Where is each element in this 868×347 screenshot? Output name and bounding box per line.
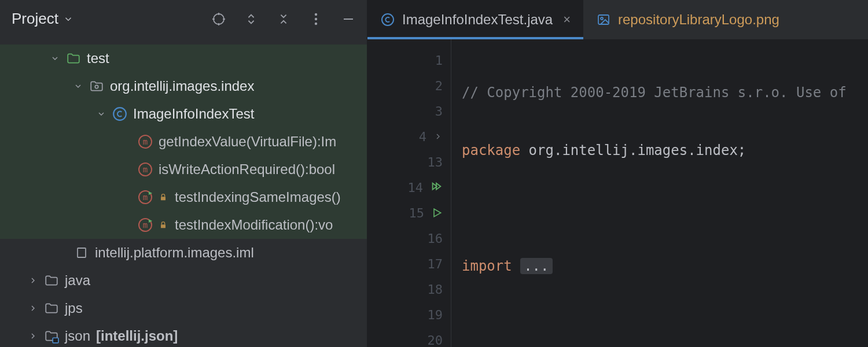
close-icon[interactable]: × (563, 12, 571, 27)
gutter-line[interactable]: 4 (367, 124, 451, 149)
minimize-icon[interactable] (341, 12, 355, 26)
editor-tabs: ImageInfoIndexTest.java × repositoryLibr… (367, 0, 868, 39)
code-line[interactable]: package org.intellij.images.index; (451, 138, 868, 163)
folder-icon (44, 273, 59, 288)
tree-class[interactable]: ImageInfoIndexTest (0, 100, 367, 128)
method-run-icon: m (138, 217, 153, 232)
tree-label: org.intellij.images.index (110, 78, 254, 94)
gutter-line[interactable]: 3 (367, 98, 451, 124)
svg-marker-30 (434, 209, 441, 216)
chevron-down-icon (63, 14, 73, 24)
gutter-line[interactable]: 20 (367, 327, 451, 347)
tree-label: intellij.platform.images.iml (95, 245, 254, 261)
tree-label: jps (65, 300, 83, 316)
svg-text:m: m (143, 220, 148, 230)
module-file-icon (74, 245, 89, 260)
run-icon[interactable] (431, 207, 443, 219)
tree-label: testIndexingSameImages() (175, 189, 341, 205)
svg-rect-23 (78, 248, 86, 257)
gutter-line[interactable]: 19 (367, 302, 451, 327)
project-sidebar: Project test (0, 0, 367, 347)
svg-point-9 (95, 85, 98, 88)
code-line[interactable]: // Copyright 2000-2019 JetBrains s.r.o. … (451, 80, 868, 105)
tab-label: repositoryLibraryLogo.png (618, 12, 779, 28)
run-all-icon[interactable] (430, 181, 443, 194)
more-icon[interactable] (309, 12, 323, 26)
tree-label: test (87, 50, 109, 67)
tree-package[interactable]: org.intellij.images.index (0, 72, 367, 100)
tree-method[interactable]: m getIndexValue(VirtualFile):Im (0, 128, 367, 156)
tab-java-file[interactable]: ImageInfoIndexTest.java × (367, 0, 583, 39)
package-icon (89, 79, 104, 94)
tab-label: ImageInfoIndexTest.java (402, 12, 553, 28)
svg-text:m: m (143, 193, 148, 202)
method-icon: m (138, 162, 153, 177)
gutter-line[interactable]: 17 (367, 251, 451, 276)
project-tool-button[interactable]: Project (12, 10, 73, 28)
svg-rect-26 (598, 15, 609, 24)
svg-rect-18 (161, 197, 165, 200)
fold-icon[interactable] (433, 132, 443, 141)
svg-rect-22 (161, 224, 165, 228)
lock-icon (159, 193, 169, 202)
gutter-line[interactable]: 2 (367, 73, 451, 98)
method-run-icon: m (138, 190, 153, 205)
lock-icon (159, 220, 169, 230)
tree-method[interactable]: m isWriteActionRequired():bool (0, 156, 367, 183)
gutter-line[interactable]: 1 (367, 47, 451, 73)
sidebar-toolbar (212, 12, 355, 26)
gutter[interactable]: 1 2 3 4 13 14 15 16 17 18 19 20 (367, 39, 451, 347)
class-icon (380, 12, 395, 27)
tree-folder-jps[interactable]: jps (0, 294, 367, 322)
chevron-down-icon (73, 82, 83, 91)
chevron-down-icon (50, 54, 60, 63)
class-icon (112, 106, 127, 121)
svg-point-25 (382, 14, 393, 25)
method-icon: m (138, 134, 153, 149)
chevron-right-icon (28, 276, 38, 285)
svg-text:m: m (143, 165, 148, 174)
project-title: Project (12, 10, 58, 28)
chevron-right-icon (28, 304, 38, 313)
svg-point-27 (601, 17, 603, 20)
collapse-icon[interactable] (277, 12, 290, 26)
tree-label-module: [intellij.json] (96, 328, 178, 344)
tree-method-test[interactable]: m testIndexingSameImages() (0, 183, 367, 211)
tree-label: getIndexValue(VirtualFile):Im (159, 134, 336, 150)
tree-folder-java[interactable]: java (0, 267, 367, 294)
svg-point-7 (315, 22, 317, 24)
chevron-down-icon (96, 109, 106, 119)
svg-rect-24 (53, 338, 58, 343)
tree-label: java (65, 272, 90, 289)
tree-file-iml[interactable]: intellij.platform.images.iml (0, 239, 367, 267)
svg-point-10 (113, 108, 126, 120)
tree-method-test[interactable]: m testIndexModification():vo (0, 211, 367, 239)
gutter-line[interactable]: 14 (367, 175, 451, 200)
tree-label: ImageInfoIndexTest (133, 106, 254, 122)
code-line[interactable] (451, 311, 868, 337)
project-tree[interactable]: test org.intellij.images.index ImageInfo… (0, 38, 367, 347)
chevron-right-icon (28, 331, 38, 341)
tree-folder-test[interactable]: test (0, 45, 367, 72)
gutter-line[interactable]: 16 (367, 226, 451, 251)
gutter-line[interactable]: 15 (367, 200, 451, 226)
expand-icon[interactable] (244, 12, 258, 26)
tree-label: isWriteActionRequired():bool (159, 161, 335, 178)
code-editor[interactable]: 1 2 3 4 13 14 15 16 17 18 19 20 // Copyr… (367, 39, 868, 347)
module-folder-icon (44, 328, 59, 344)
svg-point-0 (214, 14, 224, 24)
locate-icon[interactable] (212, 12, 226, 26)
folder-test-icon (66, 51, 81, 66)
tree-folder-json[interactable]: json [intellij.json] (0, 322, 367, 347)
svg-text:m: m (143, 137, 148, 146)
gutter-line[interactable]: 18 (367, 276, 451, 302)
svg-point-5 (315, 13, 317, 15)
code-line[interactable] (451, 195, 868, 221)
code-content[interactable]: // Copyright 2000-2019 JetBrains s.r.o. … (451, 39, 868, 347)
code-line[interactable]: import ... (451, 253, 868, 279)
folded-region[interactable]: ... (520, 258, 552, 274)
gutter-line[interactable]: 13 (367, 149, 451, 175)
folder-icon (44, 301, 59, 316)
tab-image-file[interactable]: repositoryLibraryLogo.png (583, 0, 792, 39)
tree-label: testIndexModification():vo (175, 217, 333, 233)
